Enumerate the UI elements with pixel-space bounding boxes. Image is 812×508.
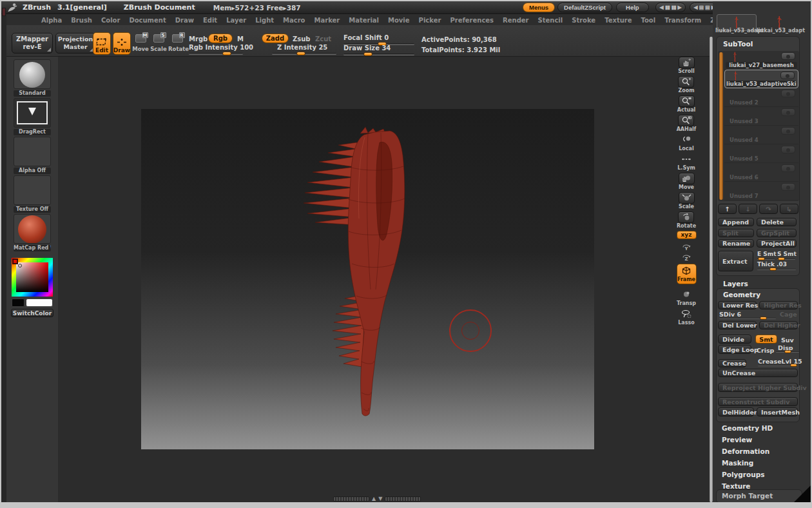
sdiv-slider[interactable] <box>719 317 776 319</box>
thick-track[interactable] <box>757 269 796 270</box>
menu-tool[interactable]: Tool <box>641 17 656 24</box>
ssmt-handle[interactable] <box>778 257 785 260</box>
scroll-button[interactable]: Scroll <box>678 57 694 74</box>
resize-corner-handle[interactable] <box>794 485 811 502</box>
scale3d-button[interactable]: Scale <box>679 192 695 210</box>
default-zscript-button[interactable]: DefaultZScript <box>557 3 612 12</box>
zoom-button[interactable]: Zoom <box>678 76 694 93</box>
rotate-z-button[interactable] <box>679 251 695 261</box>
frame-button[interactable]: Frame <box>677 264 697 284</box>
rotate3d-button[interactable]: Rotate <box>677 211 696 229</box>
menu-edit[interactable]: Edit <box>203 17 217 24</box>
sdiv-handle[interactable] <box>760 317 767 320</box>
subtool-item[interactable]: Unused 4 <box>724 126 798 144</box>
zadd-toggle[interactable]: Zadd <box>262 34 289 43</box>
switch-color-button[interactable]: SwitchColor <box>11 309 53 317</box>
tray-thumbnail[interactable] <box>14 214 51 244</box>
brush-standard-thumb[interactable]: Standard <box>14 59 51 97</box>
disp-slider[interactable] <box>776 350 799 353</box>
rgb-intensity-slider[interactable]: Rgb Intensity 100 <box>189 44 243 55</box>
thick-slider[interactable]: Thick .03 <box>757 261 796 270</box>
menu-render[interactable]: Render <box>503 17 528 24</box>
subtool-item[interactable]: Unused 3 <box>724 107 798 126</box>
menu-texture[interactable]: Texture <box>604 17 632 24</box>
lasso-button[interactable]: Lasso <box>678 308 695 326</box>
subtool-item[interactable]: Unused 5 <box>724 144 798 163</box>
z-intensity-slider[interactable]: Z Intensity 25 <box>272 44 336 55</box>
esmt-slider[interactable]: E Smt <box>757 251 775 260</box>
draw-size-track[interactable] <box>343 54 414 55</box>
zmapper-button[interactable]: ZMapper rev-E <box>12 33 53 54</box>
visibility-eye-icon[interactable] <box>780 72 795 79</box>
scale-button[interactable]: S Scale <box>150 34 167 52</box>
subtool-insert-button[interactable]: ↳ <box>780 204 798 214</box>
crease-lvl-slider[interactable] <box>758 364 798 366</box>
del-higher-button[interactable]: Del Higher <box>759 321 798 329</box>
menu-marker[interactable]: Marker <box>314 17 340 24</box>
texture-slot-thumb[interactable]: Texture Off <box>14 175 51 213</box>
menu-document[interactable]: Document <box>129 17 166 24</box>
rgb-intensity-track[interactable] <box>189 53 243 55</box>
menu-preferences[interactable]: Preferences <box>450 17 494 24</box>
canvas-scrollbar[interactable]: ▲ ▼ <box>333 496 421 502</box>
ssmt-track[interactable] <box>777 259 795 260</box>
m-toggle[interactable]: M <box>237 35 244 43</box>
zcut-toggle[interactable]: Zcut <box>315 35 331 43</box>
secondary-color-swatch[interactable] <box>12 298 24 307</box>
rename-button[interactable]: Rename <box>718 239 754 248</box>
help-button[interactable]: Help <box>616 3 649 12</box>
del-hidden-button[interactable]: DelHidden <box>718 407 754 416</box>
smt-toggle[interactable]: Smt <box>755 335 777 344</box>
crease-lvl-handle[interactable] <box>790 364 797 367</box>
menu-light[interactable]: Light <box>255 17 274 24</box>
section-masking[interactable]: Masking <box>722 457 773 469</box>
tray-thumbnail[interactable] <box>14 98 51 128</box>
grpsplit-button[interactable]: GrpSplit <box>757 229 797 237</box>
primary-color-swatch[interactable] <box>26 298 53 307</box>
rotate-y-button[interactable] <box>679 241 695 251</box>
disp-track[interactable] <box>776 351 799 353</box>
local-button[interactable]: Local <box>679 134 695 151</box>
esmt-track[interactable] <box>757 259 775 260</box>
stroke-dragrect-thumb[interactable]: DragRect <box>14 98 51 135</box>
menu-alpha[interactable]: Alpha <box>41 17 62 24</box>
visibility-eye-icon[interactable] <box>781 52 795 60</box>
visibility-eye-icon[interactable] <box>781 183 795 191</box>
subtool-scrollbar[interactable] <box>719 52 723 200</box>
crisp-toggle[interactable]: Crisp <box>757 347 774 354</box>
alpha-slot-thumb[interactable]: Alpha Off <box>14 137 51 174</box>
section-polygroups[interactable]: Polygroups <box>722 469 773 480</box>
z-intensity-track[interactable] <box>272 53 336 55</box>
edge-loop-button[interactable]: Edge Loop <box>718 345 751 354</box>
visibility-eye-icon[interactable] <box>781 108 795 116</box>
mrgb-toggle[interactable]: Mrgb <box>189 35 208 43</box>
rotate-button[interactable]: R Rotate <box>168 34 186 52</box>
lower-res-button[interactable]: Lower Res <box>718 301 757 309</box>
tray-thumbnail[interactable] <box>14 59 51 89</box>
sdiv-track[interactable] <box>719 318 776 319</box>
higher-res-button[interactable]: Higher Res <box>759 301 798 309</box>
tray-thumbnail[interactable] <box>14 137 51 166</box>
geometry-header[interactable]: Geometry <box>723 291 760 298</box>
reproject-button[interactable]: Reproject Higher Subdiv <box>718 383 798 392</box>
scrollbar-track-left[interactable] <box>333 496 369 502</box>
subtool-duplicate-button[interactable]: ↷ <box>759 204 778 214</box>
uncrease-button[interactable]: UnCrease <box>718 369 798 377</box>
scroll-down-icon[interactable]: ▼ <box>378 496 382 502</box>
ssmt-slider[interactable]: S Smt <box>777 251 795 260</box>
lsym-button[interactable]: L.Sym <box>677 153 695 171</box>
layers-section-header[interactable]: Layers <box>723 280 748 288</box>
section-preview[interactable]: Preview <box>722 434 773 445</box>
section-deformation[interactable]: Deformation <box>722 445 773 457</box>
subtool-header[interactable]: SubTool <box>723 40 753 48</box>
tray-scroll-button[interactable]: ◀ ▮▮ ▮▮ ▶ <box>655 3 686 12</box>
suv-toggle[interactable]: Suv <box>781 337 794 344</box>
projection-master-button[interactable]: Projection Master <box>55 33 95 54</box>
menu-transform[interactable]: Transform <box>664 17 701 24</box>
subtool-move-down-button[interactable]: ↓ <box>739 204 757 214</box>
subtool-item[interactable]: Unused 2 <box>724 88 798 107</box>
extract-button[interactable]: Extract <box>718 251 753 271</box>
morph-target-header[interactable]: Morph Target <box>722 492 773 500</box>
menu-movie[interactable]: Movie <box>388 17 410 24</box>
scroll-up-icon[interactable]: ▲ <box>372 496 376 502</box>
